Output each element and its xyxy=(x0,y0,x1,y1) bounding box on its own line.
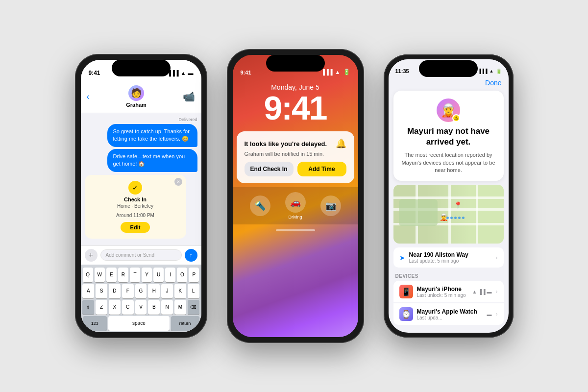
key-123[interactable]: 123 xyxy=(83,316,107,331)
phone-findmy: 11:35 ▐▐▐ ▲ 🔋 Done 🧝 ⚠ Mayuri may not ha… xyxy=(384,54,514,338)
key-u[interactable]: U xyxy=(153,268,164,282)
checkin-edit-button[interactable]: Edit xyxy=(121,222,150,233)
key-return[interactable]: return xyxy=(171,316,199,331)
watch-status-icons: ▬ xyxy=(487,312,492,317)
key-l[interactable]: L xyxy=(188,284,199,298)
key-k[interactable]: K xyxy=(174,284,186,298)
location-last-update: Last update: 5 min ago xyxy=(409,258,492,264)
key-w[interactable]: W xyxy=(95,268,105,282)
key-t[interactable]: T xyxy=(130,268,140,282)
device-iphone-row[interactable]: 📱 Mayuri's iPhone Last unlock: 5 min ago… xyxy=(393,281,504,302)
lock-bottom-bar: 🔦 🚗 Driving 📷 xyxy=(233,187,358,224)
key-d[interactable]: D xyxy=(109,284,121,298)
location-row[interactable]: ➤ Near 190 Allston Way Last update: 5 mi… xyxy=(393,247,504,268)
alert-section: 🧝 ⚠ Mayuri may not have arrived yet. The… xyxy=(393,91,504,181)
key-z[interactable]: Z xyxy=(96,300,107,315)
key-s[interactable]: S xyxy=(96,284,107,298)
contact-info[interactable]: 🧑 Graham xyxy=(126,85,147,108)
key-i[interactable]: I xyxy=(165,268,175,282)
send-button[interactable]: ↑ xyxy=(185,249,197,262)
done-button[interactable]: Done xyxy=(485,79,501,87)
home-indicator xyxy=(233,224,358,236)
iphone-battery-icon: ▬ xyxy=(487,289,492,294)
location-trail xyxy=(446,217,465,219)
lock-clock: 9:41 xyxy=(233,91,358,124)
key-n[interactable]: N xyxy=(161,300,173,315)
iphone-chevron-icon: › xyxy=(496,288,498,295)
location-arrow-icon: ➤ xyxy=(399,254,405,262)
findmy-header: Done xyxy=(389,79,509,91)
lockscreen-screen: 9:41 ▐▐▐ ▲ 🔋 Monday, June 5 9:41 It look… xyxy=(233,55,358,337)
chevron-right-icon: › xyxy=(496,254,498,261)
key-e[interactable]: E xyxy=(106,268,117,282)
key-y[interactable]: Y xyxy=(142,268,152,282)
key-g[interactable]: G xyxy=(135,284,147,298)
watch-battery-icon: ▬ xyxy=(487,312,492,317)
end-check-in-button[interactable]: End Check In xyxy=(245,162,294,176)
lock-signal-icon: ▐▐▐ xyxy=(321,69,332,75)
keyboard-row-2: A S D F G H J K L xyxy=(83,284,199,298)
mayuri-avatar: 🧝 ⚠ xyxy=(437,98,460,122)
video-call-button[interactable]: 📹 xyxy=(183,91,195,102)
flashlight-icon: 🔦 xyxy=(255,200,266,211)
messages-screen: 9:41 ▐▐▐ ▲ ▬ ‹ 🧑 Graham 📹 Delivered So g… xyxy=(81,60,201,332)
key-q[interactable]: Q xyxy=(83,268,93,282)
key-m[interactable]: M xyxy=(174,300,186,315)
watch-info: Mayuri's Apple Watch Last upda... xyxy=(417,308,483,320)
lock-battery-icon: 🔋 xyxy=(343,69,350,75)
flashlight-button[interactable]: 🔦 xyxy=(250,196,270,216)
checkin-location: Home · Berkeley xyxy=(91,203,180,209)
findmy-status-icons: ▐▐▐ ▲ 🔋 xyxy=(478,69,501,74)
driving-icon: 🚗 xyxy=(290,197,301,208)
device-watch-row[interactable]: ⌚ Mayuri's Apple Watch Last upda... ▬ › xyxy=(393,303,504,325)
contact-name: Graham xyxy=(126,102,147,108)
checkin-title: Check In xyxy=(91,196,180,202)
watch-chevron-icon: › xyxy=(496,311,498,318)
checkin-close-button[interactable]: ✕ xyxy=(174,178,182,186)
contact-avatar: 🧑 xyxy=(128,85,144,101)
attachment-button[interactable]: + xyxy=(85,249,98,262)
status-time: 9:41 xyxy=(89,70,100,76)
keyboard-row-3: ⇧ Z X C V B N M ⌫ xyxy=(83,300,199,315)
add-time-button[interactable]: Add Time xyxy=(297,162,346,176)
watch-icon: ⌚ xyxy=(399,307,413,321)
key-c[interactable]: C xyxy=(122,300,134,315)
key-delete[interactable]: ⌫ xyxy=(188,300,199,315)
iphone-wifi-icon: ▲ xyxy=(472,289,477,294)
key-o[interactable]: O xyxy=(177,268,187,282)
message-input[interactable]: Add comment or Send xyxy=(100,249,182,261)
findmy-screen: 11:35 ▐▐▐ ▲ 🔋 Done 🧝 ⚠ Mayuri may not ha… xyxy=(389,59,509,333)
key-h[interactable]: H xyxy=(148,284,160,298)
iphone-last-update: Last unlock: 5 min ago xyxy=(417,293,468,298)
alert-description: The most recent location reported by May… xyxy=(400,151,497,174)
back-button[interactable]: ‹ xyxy=(87,92,90,102)
warning-badge: ⚠ xyxy=(452,114,460,122)
key-b[interactable]: B xyxy=(148,300,160,315)
devices-section-header: DEVICES xyxy=(389,270,509,281)
camera-button[interactable]: 📷 xyxy=(320,196,341,216)
sent-bubble-2: Drive safe—text me when you get home! 🏠 xyxy=(107,149,197,172)
key-j[interactable]: J xyxy=(161,284,173,298)
watch-name: Mayuri's Apple Watch xyxy=(417,308,483,315)
alert-title: Mayuri may not have arrived yet. xyxy=(400,126,497,147)
delay-notification-card: It looks like you're delayed. 🔔 Graham w… xyxy=(237,131,354,183)
lock-time: 9:41 xyxy=(241,70,251,75)
iphone-name: Mayuri's iPhone xyxy=(417,286,468,293)
iphone-info: Mayuri's iPhone Last unlock: 5 min ago xyxy=(417,286,468,298)
key-shift[interactable]: ⇧ xyxy=(82,300,94,315)
map-view[interactable]: 📍 🧝 xyxy=(393,185,504,244)
key-a[interactable]: A xyxy=(82,284,94,298)
findmy-signal-icon: ▐▐▐ xyxy=(478,69,487,74)
key-v[interactable]: V xyxy=(135,300,147,315)
message-input-bar: + Add comment or Send ↑ xyxy=(81,245,201,265)
key-p[interactable]: P xyxy=(189,268,199,282)
driving-button[interactable]: 🚗 xyxy=(285,192,306,213)
notch-1 xyxy=(112,60,171,76)
key-r[interactable]: R xyxy=(118,268,128,282)
key-x[interactable]: X xyxy=(109,300,121,315)
delay-subtitle: Graham will be notified in 15 min. xyxy=(245,151,346,157)
key-f[interactable]: F xyxy=(122,284,134,298)
iphone-signal-icon: ▐▐ xyxy=(478,289,485,294)
key-space[interactable]: space xyxy=(108,316,169,331)
status-icons: ▐▐▐ ▲ ▬ xyxy=(167,70,193,76)
